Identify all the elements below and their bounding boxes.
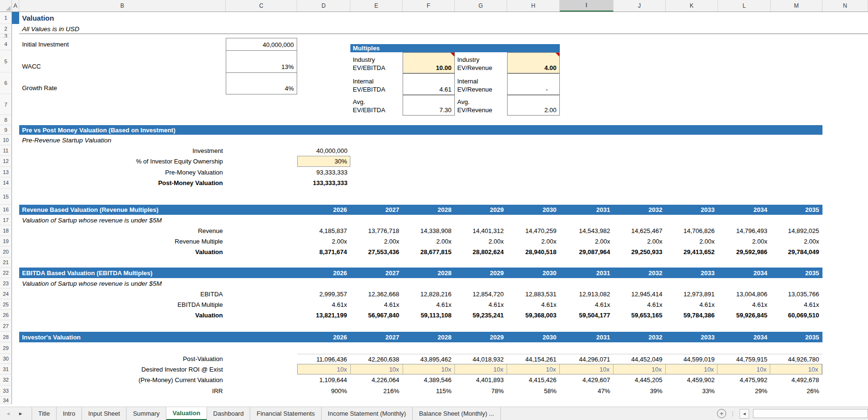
initial-investment-value[interactable]: 40,000,000	[226, 38, 297, 51]
value-cell[interactable]: 42,260,638	[350, 354, 403, 364]
column-header-F[interactable]: F	[403, 0, 455, 12]
row-header-34[interactable]: 34	[0, 397, 12, 404]
value-cell[interactable]: 29%	[718, 385, 771, 397]
value-cell[interactable]: 4.61x	[403, 299, 455, 310]
value-cell[interactable]: 29,250,933	[613, 246, 666, 257]
value-cell[interactable]: 10x	[351, 364, 403, 374]
avg-ev-ebitda-value[interactable]: 7.30	[403, 95, 455, 116]
row-header-33[interactable]: 33	[0, 385, 12, 397]
value-cell[interactable]: 26%	[771, 385, 822, 397]
column-header-J[interactable]: J	[613, 0, 666, 12]
tab-balance-sheet-monthly[interactable]: Balance Sheet (Monthly) ...	[413, 407, 501, 420]
value-cell[interactable]: 13,821,199	[297, 310, 350, 320]
value-cell[interactable]: 4,445,205	[613, 374, 666, 385]
value-cell[interactable]: 4,389,546	[403, 374, 455, 385]
wacc-value[interactable]: 13%	[226, 51, 297, 73]
row-header-13[interactable]: 13	[0, 167, 12, 177]
row-header-9[interactable]: 9	[0, 125, 12, 135]
value-cell[interactable]: 43,895,462	[403, 354, 455, 364]
value-cell[interactable]: 59,113,108	[403, 310, 455, 320]
value-cell[interactable]: 59,653,165	[613, 310, 666, 320]
row-header-26[interactable]: 26	[0, 310, 12, 320]
row-header-2[interactable]: 2	[0, 24, 12, 34]
value-cell[interactable]: 10x	[718, 364, 770, 374]
tab-input-sheet[interactable]: Input Sheet	[82, 407, 127, 420]
value-cell[interactable]: 4,492,678	[771, 374, 822, 385]
column-header-I[interactable]: I	[560, 0, 613, 12]
row-header-16[interactable]: 16	[0, 205, 12, 215]
row-header-3[interactable]: 3	[0, 34, 12, 38]
value-cell[interactable]: 4,185,837	[297, 225, 350, 236]
column-header-N[interactable]: N	[822, 0, 868, 12]
row-header-29[interactable]: 29	[0, 342, 12, 354]
value-cell[interactable]: 58%	[507, 385, 560, 397]
value-cell[interactable]: 29,087,964	[560, 246, 613, 257]
row-header-7[interactable]: 7	[0, 94, 12, 115]
select-all-corner[interactable]	[0, 0, 12, 12]
hscroll-thumb[interactable]	[753, 409, 868, 418]
value-cell[interactable]: 4.61x	[718, 299, 771, 310]
value-cell[interactable]: 4,415,426	[507, 374, 560, 385]
value-cell[interactable]: 13,004,806	[718, 289, 771, 299]
row-header-8[interactable]: 8	[0, 115, 12, 125]
value-cell[interactable]: 28,677,815	[403, 246, 455, 257]
row-header-6[interactable]: 6	[0, 72, 12, 94]
row-header-20[interactable]: 20	[0, 246, 12, 257]
value-cell[interactable]: 12,854,720	[455, 289, 507, 299]
value-cell[interactable]: 29,413,652	[666, 246, 718, 257]
value-cell[interactable]: 78%	[455, 385, 507, 397]
column-header-M[interactable]: M	[771, 0, 822, 12]
growth-rate-value[interactable]: 4%	[226, 73, 297, 94]
row-header-11[interactable]: 11	[0, 145, 12, 156]
value-cell[interactable]: 2.00x	[560, 236, 613, 246]
value-cell[interactable]: 12,945,414	[613, 289, 666, 299]
value-cell[interactable]: 27,553,436	[350, 246, 403, 257]
value-cell[interactable]: 33%	[666, 385, 718, 397]
value-cell[interactable]: 4,226,064	[350, 374, 403, 385]
column-header-C[interactable]: C	[226, 0, 297, 12]
row-header-1[interactable]: 1	[0, 12, 12, 24]
value-cell[interactable]: 14,892,025	[771, 225, 822, 236]
tabs-scroll-left-icon[interactable]: ◄	[6, 411, 11, 416]
value-cell[interactable]: 29,592,986	[718, 246, 771, 257]
value-cell[interactable]: 4,475,992	[718, 374, 771, 385]
row-header-32[interactable]: 32	[0, 374, 12, 385]
internal-ev-revenue-value[interactable]: -	[507, 73, 560, 95]
value-cell[interactable]: 12,913,082	[560, 289, 613, 299]
value-cell[interactable]: 56,967,840	[350, 310, 403, 320]
post-money-value[interactable]: 133,333,333	[297, 177, 350, 188]
column-header-B[interactable]: B	[19, 0, 226, 12]
cell-a1-fill[interactable]	[12, 12, 19, 24]
value-cell[interactable]: 14,796,493	[718, 225, 771, 236]
value-cell[interactable]: 10x	[770, 364, 822, 374]
row-header-14[interactable]: 14	[0, 177, 12, 188]
tab-income-statement-monthly[interactable]: Income Statement (Monthly)	[322, 407, 413, 420]
row-header-22[interactable]: 22	[0, 268, 12, 278]
row-header-31[interactable]: 31	[0, 364, 12, 374]
value-cell[interactable]: 14,338,908	[403, 225, 455, 236]
tabs-scroll-right-icon[interactable]: ►	[18, 411, 23, 416]
value-cell[interactable]: 115%	[403, 385, 455, 397]
row-header-17[interactable]: 17	[0, 215, 12, 225]
column-header-H[interactable]: H	[507, 0, 560, 12]
row-header-10[interactable]: 10	[0, 135, 12, 145]
pre-money-value[interactable]: 93,333,333	[297, 167, 350, 177]
value-cell[interactable]: 2,999,357	[297, 289, 350, 299]
value-cell[interactable]: 4.61x	[350, 299, 403, 310]
value-cell[interactable]: 2.00x	[613, 236, 666, 246]
value-cell[interactable]: 59,784,386	[666, 310, 718, 320]
value-cell[interactable]: 13,776,718	[350, 225, 403, 236]
value-cell[interactable]: 2.00x	[507, 236, 560, 246]
value-cell[interactable]: 59,235,241	[455, 310, 507, 320]
avg-ev-revenue-value[interactable]: 2.00	[507, 95, 560, 116]
value-cell[interactable]: 10x	[455, 364, 507, 374]
value-cell[interactable]: 29,784,049	[771, 246, 822, 257]
value-cell[interactable]: 13,035,766	[771, 289, 822, 299]
value-cell[interactable]: 44,296,071	[560, 354, 613, 364]
value-cell[interactable]: 4.61x	[613, 299, 666, 310]
row-header-18[interactable]: 18	[0, 225, 12, 236]
value-cell[interactable]: 4.61x	[560, 299, 613, 310]
tab-title[interactable]: Title	[32, 407, 57, 420]
column-header-L[interactable]: L	[718, 0, 771, 12]
value-cell[interactable]: 10x	[613, 364, 666, 374]
